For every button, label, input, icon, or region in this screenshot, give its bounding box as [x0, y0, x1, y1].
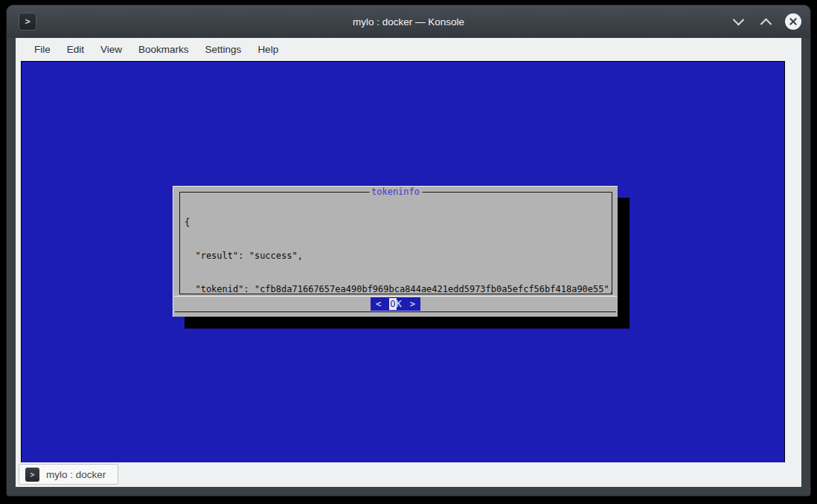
window-title: mylo : docker — Konsole [7, 5, 810, 38]
json-line: "result": "success", [185, 251, 609, 262]
scrollbar-track[interactable] [784, 61, 801, 465]
button-right-arrow: > [410, 298, 415, 310]
maximize-button[interactable] [757, 13, 774, 30]
konsole-window: > mylo : docker — Konsole File Edit View… [6, 4, 811, 497]
window-controls [730, 5, 801, 38]
chevron-up-icon [760, 18, 772, 30]
tab-bar: > mylo : docker [16, 462, 801, 487]
json-line: { [185, 217, 609, 228]
dialog-title: tokeninfo [369, 187, 422, 197]
button-label-rest: K [397, 298, 402, 310]
dialog-bottom-border [175, 311, 616, 312]
titlebar[interactable]: > mylo : docker — Konsole [7, 5, 810, 38]
button-cursor-char: O [389, 298, 396, 310]
menu-file[interactable]: File [26, 41, 59, 58]
tokeninfo-dialog: { "result": "success", "tokenid": "cfb8d… [173, 186, 618, 317]
button-left-arrow: < [376, 298, 381, 310]
window-content: File Edit View Bookmarks Settings Help {… [16, 38, 801, 487]
menu-view[interactable]: View [92, 41, 130, 58]
terminal-tab-icon: > [25, 468, 39, 482]
chevron-down-icon [732, 13, 744, 25]
menu-bookmarks[interactable]: Bookmarks [130, 41, 197, 58]
terminal-view[interactable]: { "result": "success", "tokenid": "cfb8d… [21, 61, 785, 465]
minimize-button[interactable] [730, 13, 746, 30]
tab-label: mylo : docker [46, 469, 106, 480]
dialog-button-row: < O K > [173, 297, 618, 311]
ok-button[interactable]: < O K > [371, 297, 420, 311]
menu-edit[interactable]: Edit [59, 41, 92, 58]
menu-help[interactable]: Help [249, 41, 286, 58]
menu-settings[interactable]: Settings [197, 41, 250, 58]
menubar: File Edit View Bookmarks Settings Help [16, 38, 801, 61]
dialog-json-output: { "result": "success", "tokenid": "cfb8d… [180, 195, 612, 294]
json-line: "tokenid": "cfb8da71667657ea490bf969bca8… [185, 284, 609, 294]
tab-mylo-docker[interactable]: > mylo : docker [19, 464, 118, 485]
dialog-content-frame: { "result": "success", "tokenid": "cfb8d… [179, 192, 612, 294]
close-icon [789, 17, 798, 26]
close-button[interactable] [785, 13, 801, 30]
